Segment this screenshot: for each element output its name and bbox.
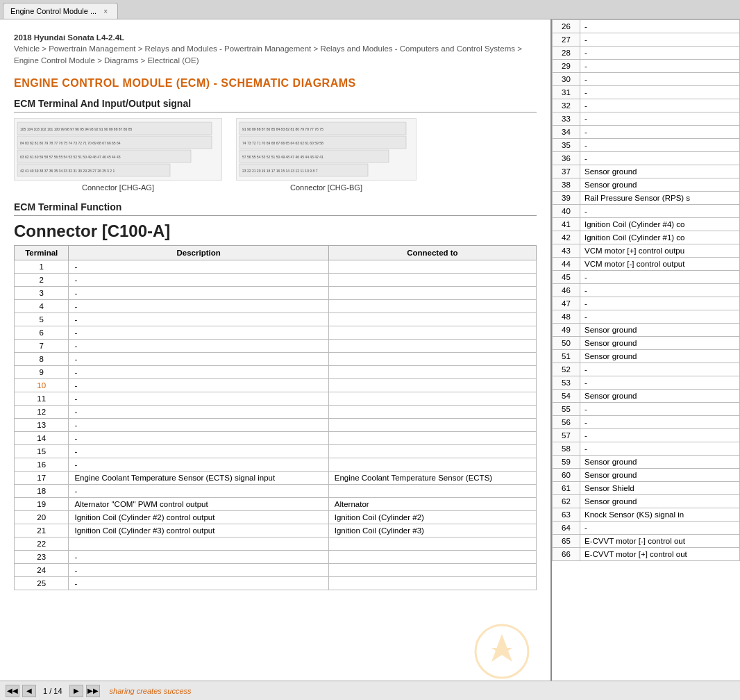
next-page-button[interactable]: ▶ xyxy=(69,685,83,697)
right-terminal-number: 56 xyxy=(553,416,580,429)
terminal-number: 22 xyxy=(15,537,69,550)
terminal-connected xyxy=(328,260,536,273)
terminal-description: - xyxy=(69,312,328,326)
table-row: 3- xyxy=(15,286,537,299)
prev-page-button[interactable]: ◀ xyxy=(22,685,36,697)
main-heading: ENGINE CONTROL MODULE (ECM) - SCHEMATIC … xyxy=(14,77,537,90)
table-row: 20Ignition Coil (Cylinder #2) control ou… xyxy=(15,510,537,524)
connector-ag-svg: 105 104 103 102 101 100 99 98 97 96 95 9… xyxy=(16,119,221,178)
right-table-row: 56- xyxy=(553,416,740,429)
right-table-row: 53- xyxy=(553,376,740,390)
table-row: 16- xyxy=(15,458,537,471)
right-terminal-number: 55 xyxy=(553,403,580,416)
terminal-number: 8 xyxy=(15,352,69,365)
terminal-connected xyxy=(328,286,536,299)
right-terminal-description: - xyxy=(580,112,740,126)
first-page-button[interactable]: ◀◀ xyxy=(6,685,19,697)
svg-text:23  22  21  20  19  18  17  16: 23 22 21 20 19 18 17 16 15 14 13 12 11 1… xyxy=(242,169,318,173)
terminal-number: 14 xyxy=(15,431,69,444)
right-terminal-description: Ignition Coil (Cylinder #4) co xyxy=(580,218,740,231)
connector-ag-label: Connector [CHG-AG] xyxy=(14,183,222,192)
right-terminal-number: 57 xyxy=(553,429,580,442)
table-row: 1- xyxy=(15,260,537,273)
right-terminal-number: 43 xyxy=(553,244,580,258)
right-terminal-description: Sensor ground xyxy=(580,350,740,363)
right-table-row: 38Sensor ground xyxy=(553,178,740,192)
tab-title: Engine Control Module ... xyxy=(10,7,96,15)
terminal-description: - xyxy=(69,550,328,563)
right-terminal-description: VCM motor [+] control outpu xyxy=(580,244,740,258)
right-terminal-number: 62 xyxy=(553,495,580,508)
right-terminal-description: - xyxy=(580,99,740,112)
terminal-connected: Ignition Coil (Cylinder #2) xyxy=(328,510,536,524)
terminal-description: - xyxy=(69,458,328,471)
right-terminal-description: - xyxy=(580,297,740,310)
right-terminal-number: 31 xyxy=(553,86,580,99)
right-terminal-description: - xyxy=(580,73,740,86)
tab-close-button[interactable]: × xyxy=(101,6,110,16)
right-table-row: 36- xyxy=(553,152,740,165)
right-terminal-description: - xyxy=(580,522,740,535)
right-table-row: 58- xyxy=(553,442,740,456)
svg-text:42  41  40  39  38  37  36  35: 42 41 40 39 38 37 36 35 34 33 32 31 30 2… xyxy=(20,169,115,173)
right-panel: 26-27-28-29-30-31-32-33-34-35-36-37Senso… xyxy=(552,19,740,700)
svg-point-16 xyxy=(476,625,528,678)
right-terminal-number: 63 xyxy=(553,508,580,522)
svg-text:63  62  61  60  59  58  57  56: 63 62 61 60 59 58 57 56 55 54 53 52 51 5… xyxy=(20,155,121,159)
terminal-description: - xyxy=(69,365,328,378)
terminal-number: 13 xyxy=(15,418,69,431)
right-terminal-description: Sensor ground xyxy=(580,178,740,192)
terminal-number: 17 xyxy=(15,471,69,484)
col-description: Description xyxy=(69,245,328,260)
document-area: 2018 Hyundai Sonata L4-2.4L Vehicle > Po… xyxy=(0,19,552,700)
right-table-row: 55- xyxy=(553,403,740,416)
right-table-row: 65E-CVVT motor [-] control out xyxy=(553,535,740,548)
right-table-row: 37Sensor ground xyxy=(553,165,740,178)
right-terminal-description: - xyxy=(580,416,740,429)
terminal-table: Terminal Description Connected to 1-2-3-… xyxy=(14,245,537,590)
right-terminal-number: 38 xyxy=(553,178,580,192)
svg-text:91  90  89  88  87  86  85  84: 91 90 89 88 87 86 85 84 83 82 81 80 79 7… xyxy=(242,127,323,131)
tab-bar: Engine Control Module ... × xyxy=(0,0,740,19)
right-table-row: 49Sensor ground xyxy=(553,324,740,337)
terminal-number: 16 xyxy=(15,458,69,471)
right-terminal-description: Rail Pressure Sensor (RPS) s xyxy=(580,192,740,205)
right-terminal-number: 39 xyxy=(553,192,580,205)
terminal-connected xyxy=(328,312,536,326)
terminal-number: 19 xyxy=(15,497,69,510)
right-table-row: 28- xyxy=(553,47,740,60)
connector-bg-diagram: 91 90 89 88 87 86 85 84 83 82 81 80 79 7… xyxy=(236,118,417,181)
right-terminal-description: - xyxy=(580,429,740,442)
terminal-description: - xyxy=(69,378,328,392)
right-terminal-description: - xyxy=(580,33,740,47)
right-terminal-number: 32 xyxy=(553,99,580,112)
terminal-connected xyxy=(328,365,536,378)
right-table-row: 32- xyxy=(553,99,740,112)
table-row: 13- xyxy=(15,418,537,431)
vehicle-info: 2018 Hyundai Sonata L4-2.4L Vehicle > Po… xyxy=(14,33,537,67)
table-row: 12- xyxy=(15,405,537,418)
right-table-row: 26- xyxy=(553,20,740,33)
right-terminal-number: 44 xyxy=(553,258,580,271)
right-terminal-number: 28 xyxy=(553,47,580,60)
connector-ag: 105 104 103 102 101 100 99 98 97 96 95 9… xyxy=(14,118,222,192)
section1-title: ECM Terminal And Input/Output signal xyxy=(14,98,537,112)
connectors-row: 105 104 103 102 101 100 99 98 97 96 95 9… xyxy=(14,118,537,192)
terminal-connected xyxy=(328,352,536,365)
right-table-row: 31- xyxy=(553,86,740,99)
right-table-row: 51Sensor ground xyxy=(553,350,740,363)
right-terminal-number: 33 xyxy=(553,112,580,126)
table-row: 11- xyxy=(15,392,537,405)
right-table-row: 46- xyxy=(553,284,740,297)
right-table-row: 47- xyxy=(553,297,740,310)
right-terminal-number: 51 xyxy=(553,350,580,363)
right-terminal-number: 29 xyxy=(553,60,580,73)
right-terminal-number: 35 xyxy=(553,139,580,152)
last-page-button[interactable]: ▶▶ xyxy=(86,685,100,697)
svg-marker-17 xyxy=(491,634,512,662)
col-connected: Connected to xyxy=(328,245,536,260)
table-row: 19Alternator "COM" PWM control outputAlt… xyxy=(15,497,537,510)
right-table-row: 29- xyxy=(553,60,740,73)
active-tab[interactable]: Engine Control Module ... × xyxy=(3,3,118,19)
table-row: 9- xyxy=(15,365,537,378)
